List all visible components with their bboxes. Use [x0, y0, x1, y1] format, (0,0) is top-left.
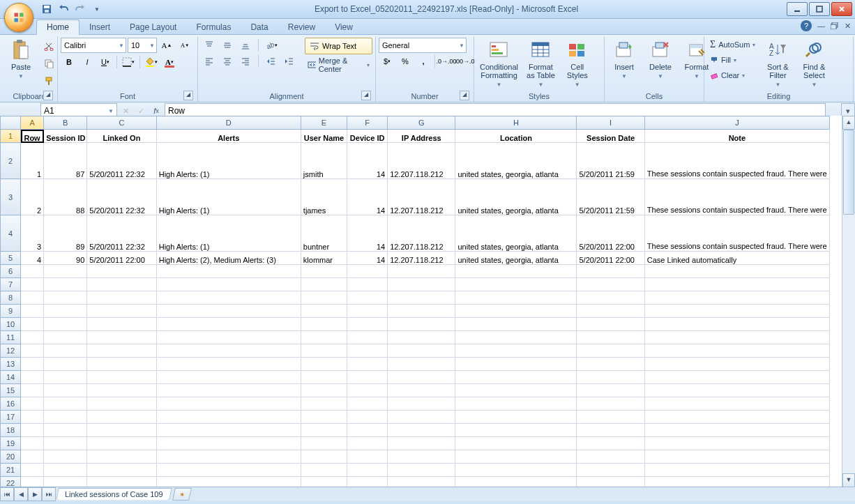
cell[interactable]: High Alerts: (2), Medium Alerts: (3) — [156, 252, 301, 265]
tab-insert[interactable]: Insert — [80, 20, 120, 34]
cell[interactable] — [156, 344, 301, 358]
row-header[interactable]: 3 — [1, 179, 21, 215]
cell[interactable] — [301, 371, 347, 384]
cell[interactable] — [21, 305, 44, 318]
cell[interactable] — [644, 477, 829, 488]
row-header[interactable]: 19 — [1, 437, 21, 450]
column-header[interactable]: H — [455, 116, 577, 130]
cell[interactable] — [644, 424, 829, 437]
cell[interactable] — [156, 358, 301, 371]
grow-font-icon[interactable]: A▲ — [158, 37, 175, 54]
sheet-tab[interactable]: Linked sessions of Case 109 — [56, 488, 172, 500]
cell[interactable] — [21, 464, 44, 477]
font-name-combo[interactable]: Calibri▼ — [61, 38, 126, 53]
cell[interactable] — [388, 437, 455, 450]
cell[interactable] — [21, 424, 44, 437]
header-cell[interactable]: Location — [455, 130, 577, 143]
cell[interactable] — [577, 477, 644, 488]
tab-view[interactable]: View — [325, 20, 363, 34]
cell[interactable] — [347, 331, 388, 344]
cell[interactable] — [87, 358, 156, 371]
header-cell[interactable]: IP Address — [388, 130, 455, 143]
cell[interactable] — [156, 437, 301, 450]
cell[interactable] — [644, 265, 829, 278]
header-cell[interactable]: User Name — [301, 130, 347, 143]
increase-indent-icon[interactable] — [281, 53, 298, 70]
cell[interactable] — [301, 358, 347, 371]
cell[interactable] — [347, 424, 388, 437]
row-header[interactable]: 6 — [1, 265, 21, 278]
cell[interactable] — [455, 371, 577, 384]
cell[interactable] — [455, 305, 577, 318]
cell[interactable] — [44, 305, 87, 318]
cell[interactable] — [21, 371, 44, 384]
cell[interactable] — [455, 437, 577, 450]
ribbon-minimize-icon[interactable]: — — [817, 22, 825, 30]
cell[interactable]: 87 — [44, 143, 87, 179]
cell[interactable]: 14 — [347, 143, 388, 179]
cell[interactable] — [44, 344, 87, 358]
cell[interactable]: 14 — [347, 179, 388, 215]
vertical-scrollbar[interactable]: ▲ ▼ — [842, 116, 855, 487]
row-header[interactable]: 4 — [1, 215, 21, 252]
cell[interactable] — [644, 384, 829, 397]
cell[interactable] — [301, 464, 347, 477]
cell[interactable] — [87, 450, 156, 464]
delete-cells-button[interactable]: Delete▼ — [644, 38, 677, 82]
tab-page-layout[interactable]: Page Layout — [120, 20, 186, 34]
align-left-icon[interactable] — [201, 53, 218, 70]
undo-icon[interactable] — [57, 3, 70, 15]
redo-icon[interactable] — [74, 3, 86, 15]
cell[interactable] — [455, 450, 577, 464]
minimize-button[interactable] — [787, 2, 808, 16]
row-header[interactable]: 17 — [1, 411, 21, 424]
column-header[interactable]: E — [301, 116, 347, 130]
cell[interactable] — [644, 305, 829, 318]
autosum-button[interactable]: ΣAutoSum ▾ — [707, 38, 758, 52]
cell[interactable] — [156, 397, 301, 411]
cell[interactable] — [347, 278, 388, 291]
cell[interactable]: High Alerts: (1) — [156, 143, 301, 179]
orientation-icon[interactable]: ab▾ — [263, 37, 280, 54]
cell[interactable] — [577, 437, 644, 450]
cell[interactable] — [156, 291, 301, 305]
cell[interactable] — [577, 397, 644, 411]
cell[interactable] — [388, 450, 455, 464]
row-header[interactable]: 8 — [1, 291, 21, 305]
clipboard-dialog-icon[interactable]: ◢ — [43, 91, 53, 100]
align-center-icon[interactable] — [219, 53, 236, 70]
cell[interactable] — [21, 278, 44, 291]
cell[interactable] — [455, 477, 577, 488]
format-as-table-button[interactable]: Format as Table▼ — [524, 38, 558, 91]
cell[interactable]: 12.207.118.212 — [388, 215, 455, 252]
cell[interactable] — [388, 371, 455, 384]
column-header[interactable]: A — [21, 116, 44, 130]
font-size-combo[interactable]: 10▼ — [128, 38, 157, 53]
office-button[interactable] — [4, 3, 33, 32]
fill-color-button[interactable]: ▾ — [143, 54, 160, 70]
cut-icon[interactable] — [40, 38, 57, 54]
row-header[interactable]: 13 — [1, 358, 21, 371]
cell[interactable] — [301, 278, 347, 291]
cell[interactable]: 5/20/2011 22:32 — [87, 179, 156, 215]
cell[interactable] — [301, 411, 347, 424]
cell[interactable] — [388, 305, 455, 318]
cell[interactable] — [347, 371, 388, 384]
row-header[interactable]: 10 — [1, 318, 21, 331]
border-button[interactable]: ▾ — [120, 54, 137, 70]
cell[interactable] — [87, 384, 156, 397]
cell[interactable]: 14 — [347, 215, 388, 252]
cell[interactable] — [301, 397, 347, 411]
cell[interactable] — [388, 477, 455, 488]
cell[interactable] — [21, 344, 44, 358]
align-middle-icon[interactable] — [219, 37, 236, 54]
row-header[interactable]: 16 — [1, 397, 21, 411]
cell[interactable] — [347, 411, 388, 424]
cell[interactable] — [44, 278, 87, 291]
cell[interactable] — [455, 397, 577, 411]
cell[interactable] — [388, 318, 455, 331]
cell[interactable] — [455, 344, 577, 358]
save-icon[interactable] — [40, 3, 53, 15]
cell[interactable] — [644, 331, 829, 344]
cell[interactable] — [156, 265, 301, 278]
